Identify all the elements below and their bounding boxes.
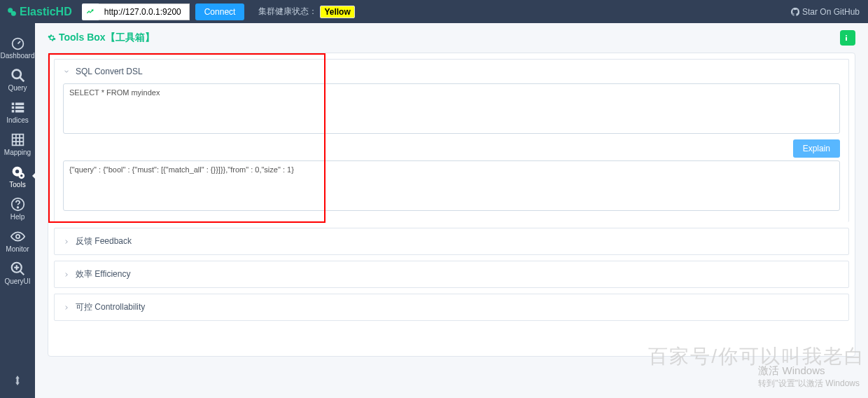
connection-status-icon: [82, 4, 99, 20]
zoom-in-icon: [10, 261, 25, 276]
gears-icon: [10, 165, 25, 179]
page-title-bar: Tools Box【工具箱】: [35, 23, 868, 53]
section-efficiency: 效率 Efficiency: [54, 261, 849, 288]
search-icon: [10, 68, 25, 83]
sql-input-textarea[interactable]: [63, 83, 840, 134]
section-sql-convert: SQL Convert DSL Explain: [54, 59, 849, 222]
github-icon: [791, 8, 799, 16]
section-controllability: 可控 Controllability: [54, 294, 849, 321]
sidebar-item-help[interactable]: Help: [0, 193, 35, 225]
brand-text: ElasticHD: [20, 6, 72, 18]
logo-icon: [7, 7, 17, 17]
section-title: 可控 Controllability: [76, 301, 145, 313]
svg-rect-6: [11, 107, 14, 109]
sidebar-item-monitor[interactable]: Monitor: [0, 225, 35, 257]
sidebar-item-queryui[interactable]: QueryUI: [0, 257, 35, 289]
svg-point-3: [12, 70, 20, 78]
section-body-sql-convert: Explain: [55, 83, 848, 222]
dsl-output-textarea[interactable]: [63, 160, 840, 211]
github-link[interactable]: Star On GitHub: [791, 7, 860, 17]
explain-button[interactable]: Explain: [793, 139, 840, 158]
section-head-efficiency[interactable]: 效率 Efficiency: [55, 261, 848, 287]
connection-box: [82, 4, 190, 20]
sidebar-item-label: Help: [10, 213, 25, 221]
panel: SQL Convert DSL Explain 反馈 Feedback 效率 E…: [48, 53, 855, 357]
watermark-line1: 激活 Windows: [758, 364, 860, 378]
section-title: 反馈 Feedback: [76, 235, 132, 247]
chevron-right-icon: [63, 238, 70, 245]
section-head-sql-convert[interactable]: SQL Convert DSL: [55, 60, 848, 83]
sidebar-item-indices[interactable]: Indices: [0, 96, 35, 128]
chevron-right-icon: [63, 271, 70, 278]
svg-line-19: [20, 271, 24, 275]
section-head-controllability[interactable]: 可控 Controllability: [55, 294, 848, 320]
eye-icon: [10, 229, 25, 244]
section-head-feedback[interactable]: 反馈 Feedback: [55, 228, 848, 254]
list-icon: [10, 100, 25, 115]
sidebar-item-dashboard[interactable]: Dashboard: [0, 32, 35, 64]
cluster-health: 集群健康状态： Yellow: [258, 6, 354, 18]
sidebar-item-label: Tools: [9, 181, 25, 188]
svg-point-16: [17, 207, 18, 208]
sidebar-item-label: Monitor: [6, 245, 29, 253]
watermark-line2: 转到"设置"以激活 Windows: [758, 378, 860, 390]
info-icon: [842, 34, 850, 42]
section-feedback: 反馈 Feedback: [54, 228, 849, 255]
sidebar-item-label: Query: [8, 84, 27, 92]
grid-icon: [10, 132, 25, 147]
svg-rect-8: [11, 110, 14, 113]
github-label: Star On GitHub: [802, 7, 860, 17]
sidebar-item-label: Dashboard: [1, 52, 35, 60]
svg-rect-9: [15, 110, 24, 113]
svg-point-1: [11, 11, 16, 15]
svg-point-17: [15, 235, 19, 238]
main-content: Tools Box【工具箱】 SQL Convert DSL Explain 反: [35, 23, 868, 398]
svg-rect-23: [846, 37, 847, 41]
info-button[interactable]: [840, 30, 855, 46]
svg-rect-4: [11, 103, 14, 106]
chevron-down-icon: [63, 68, 70, 75]
section-title: SQL Convert DSL: [76, 67, 143, 76]
sidebar-item-label: Mapping: [4, 149, 31, 156]
svg-point-22: [846, 35, 847, 36]
page-title: Tools Box【工具箱】: [59, 32, 155, 44]
sidebar-item-tools[interactable]: Tools: [0, 160, 35, 193]
brand[interactable]: ElasticHD: [7, 6, 72, 18]
svg-rect-10: [12, 135, 23, 146]
svg-rect-5: [15, 103, 24, 106]
gear-icon: [48, 34, 56, 42]
health-label: 集群健康状态：: [258, 6, 317, 18]
section-title: 效率 Efficiency: [76, 268, 130, 280]
sidebar-item-query[interactable]: Query: [0, 64, 35, 96]
sidebar-item-mapping[interactable]: Mapping: [0, 128, 35, 160]
sidebar-collapse-icon[interactable]: [13, 376, 22, 388]
windows-activation-watermark: 激活 Windows 转到"设置"以激活 Windows: [758, 364, 860, 390]
svg-rect-7: [15, 107, 24, 109]
sidebar-item-label: QueryUI: [4, 277, 30, 285]
dashboard-icon: [10, 36, 25, 50]
connect-button[interactable]: Connect: [195, 4, 245, 20]
sidebar: Dashboard Query Indices Mapping Tools He…: [0, 23, 35, 398]
connection-url-input[interactable]: [99, 4, 190, 20]
chevron-right-icon: [63, 304, 70, 311]
help-icon: [10, 197, 25, 212]
health-status-badge: Yellow: [320, 6, 354, 18]
sidebar-item-label: Indices: [6, 116, 29, 124]
topbar: ElasticHD Connect 集群健康状态： Yellow Star On…: [0, 0, 868, 23]
